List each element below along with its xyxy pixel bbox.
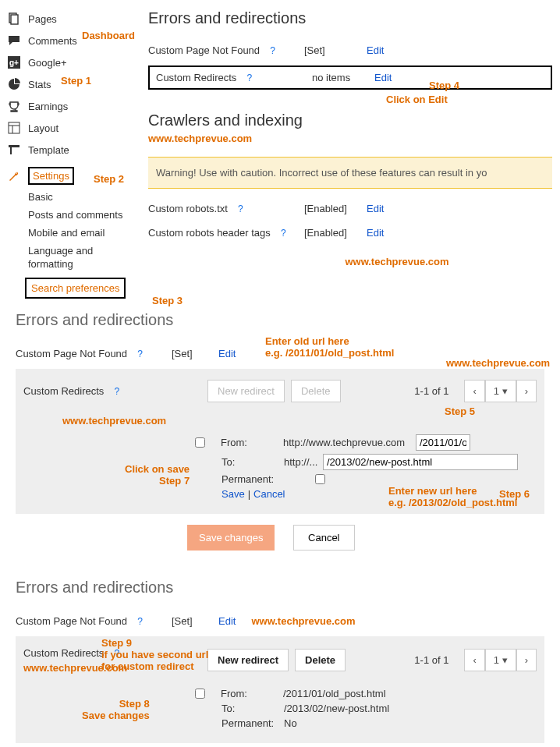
new-redirect-button[interactable]: New redirect [207,380,285,402]
template-icon [6,142,22,158]
help-icon[interactable]: ? [270,45,275,56]
delete-button[interactable]: Delete [295,649,346,671]
watermark: www.techprevue.com [148,133,552,144]
help-icon[interactable]: ? [247,73,253,83]
form-row-permanent: Permanent: No [195,717,537,729]
label-permanent: Permanent: [222,717,284,729]
sidebar-label: Pages [28,13,57,25]
sidebar-sub-language[interactable]: Language and formatting [6,242,140,274]
label-to: To: [222,703,284,714]
toolbar: Custom Redirects ? New redirect Delete 1… [23,380,537,402]
help-icon[interactable]: ? [281,228,286,239]
sidebar-sub-posts[interactable]: Posts and comments [6,206,140,224]
panel-redirect-summary: Errors and redirections Custom Page Not … [0,566,560,747]
label-cpnf: Custom Page Not Found [148,44,260,56]
pages-icon [6,11,22,27]
sidebar-item-template[interactable]: Template [6,139,140,161]
label-cr: Custom Redirects [23,385,104,397]
help-icon[interactable]: ? [115,386,120,397]
svg-rect-4 [9,122,19,133]
next-button[interactable]: › [516,649,537,671]
label-robotsheader: Custom robots header tags [148,227,271,239]
sidebar-label: Stats [28,79,51,90]
help-icon[interactable]: ? [137,616,143,627]
permanent-checkbox[interactable] [315,474,325,484]
sidebar-label: Layout [28,122,58,134]
row-checkbox[interactable] [195,689,205,699]
help-icon[interactable]: ? [115,648,120,659]
stats-icon [6,76,22,92]
status-enabled: [Enabled] [304,227,367,239]
redirects-gray-box: Custom Redirects ? New redirect Delete 1… [16,369,544,514]
section-errors-title: Errors and redirections [148,9,552,27]
sidebar-label: Earnings [28,101,68,112]
sidebar-sub-basic[interactable]: Basic [6,188,140,206]
pager: ‹ 1 ▾ › [464,649,537,671]
panel1-title: Errors and redirections [16,311,544,329]
page-dropdown[interactable]: 1 ▾ [485,649,516,671]
label-cpnf: Custom Page Not Found [16,615,127,627]
svg-rect-7 [9,145,19,147]
from-base-url: http://www.techprevue.com [283,437,416,448]
redirects-gray-box: Custom Redirects ? www.techprevue.com Ne… [16,636,544,743]
from-input[interactable] [416,434,470,451]
sidebar-item-comments[interactable]: Comments [6,30,140,51]
save-link[interactable]: Save [222,488,245,500]
edit-link[interactable]: Edit [218,348,236,359]
page-dropdown[interactable]: 1 ▾ [485,380,516,402]
watermark: www.techprevue.com [242,256,552,267]
edit-link-cpnf[interactable]: Edit [367,44,384,56]
next-button[interactable]: › [516,380,537,402]
section-crawlers-title: Crawlers and indexing [148,112,552,129]
watermark: www.techprevue.com [251,615,355,627]
sidebar-item-googleplus[interactable]: g+ Google+ [6,51,140,73]
save-changes-button[interactable]: Save changes [187,525,275,551]
row-cpnf-p1: Custom Page Not Found ? [Set] Edit [16,342,544,366]
earnings-icon [6,98,22,114]
sidebar-item-stats[interactable]: Stats [6,73,140,95]
label-cpnf: Custom Page Not Found [16,348,127,359]
prev-button[interactable]: ‹ [464,649,484,671]
new-redirect-button[interactable]: New redirect [207,649,289,671]
form-row-from: From: http://www.techprevue.com [195,434,537,451]
cancel-link[interactable]: Cancel [253,488,285,500]
sidebar-item-earnings[interactable]: Earnings [6,95,140,117]
svg-rect-8 [10,147,12,154]
status-set: [Set] [172,348,218,359]
from-value: /2011/01/old_post.html [283,688,386,699]
form-row-actions: Save | Cancel [195,488,537,500]
sidebar-label-settings: Settings [28,167,74,185]
delete-button[interactable]: Delete [291,380,341,402]
row-checkbox[interactable] [195,437,205,448]
pagination-text: 1-1 of 1 [414,654,448,666]
pagination-text: 1-1 of 1 [414,385,448,397]
help-icon[interactable]: ? [137,349,143,359]
label-robotstxt: Custom robots.txt [148,203,228,214]
to-input[interactable] [323,454,518,470]
row-robotstxt: Custom robots.txt ? [Enabled] Edit [148,196,552,221]
label-cr: Custom Redirects [23,647,104,659]
sidebar-item-layout[interactable]: Layout [6,117,140,139]
cancel-button[interactable]: Cancel [293,525,354,551]
sidebar: Pages Comments g+ Google+ Stats Earnings… [0,0,140,299]
prev-button[interactable]: ‹ [464,380,484,402]
sidebar-item-settings[interactable]: Settings [6,164,140,188]
form-row-permanent: Permanent: [195,473,537,485]
sidebar-sub-mobile[interactable]: Mobile and email [6,224,140,242]
edit-link-robotsheader[interactable]: Edit [367,227,384,239]
edit-link-robotstxt[interactable]: Edit [367,203,384,214]
help-icon[interactable]: ? [238,204,243,214]
edit-link-cr[interactable]: Edit [374,72,392,83]
panel2-title: Errors and redirections [16,579,544,597]
sidebar-label: Template [28,144,69,156]
edit-link[interactable]: Edit [218,615,236,627]
row-custom-redirects: Custom Redirects ? no items Edit [148,65,552,90]
sidebar-label: Comments [28,35,77,47]
sidebar-item-pages[interactable]: Pages [6,8,140,30]
main-top: Errors and redirections Custom Page Not … [148,9,560,267]
sidebar-sub-search-prefs[interactable]: Search preferences [25,278,126,299]
form-row-to: To: /2013/02/new-post.html [195,703,537,714]
label-to: To: [222,456,284,468]
status-noitems: no items [312,72,374,83]
watermark: www.techprevue.com [23,662,164,674]
